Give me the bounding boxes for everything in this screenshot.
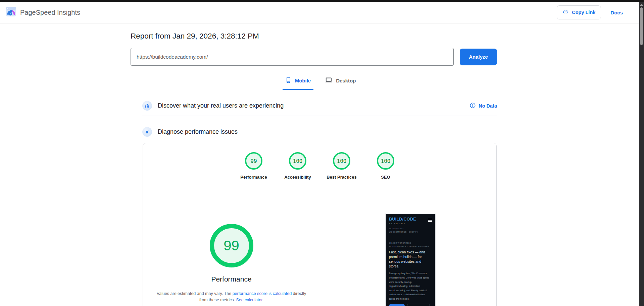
section-divider — [142, 116, 497, 116]
page-scrollbar[interactable] — [639, 2, 644, 306]
site-preview-header: BUILD/CODE ACADEMY — [389, 217, 432, 225]
lab-data-section-header: Diagnose performance issues — [142, 127, 497, 137]
category-scores-row: 99 Performance 100 Accessibility 100 Bes… — [143, 143, 496, 180]
smartphone-icon — [285, 76, 292, 84]
site-paragraph: Emergency bug fixes, WooCommerce trouble… — [389, 271, 431, 301]
link-icon — [562, 9, 569, 16]
field-data-section-title: Discover what your real users are experi… — [158, 102, 284, 109]
performance-gauge-label: Performance — [211, 275, 251, 283]
seo-score-label: SEO — [381, 175, 390, 180]
device-tabs: Mobile Desktop — [131, 76, 497, 90]
tab-desktop[interactable]: Desktop — [322, 76, 358, 90]
accessibility-score-circle: 100 — [289, 152, 306, 170]
score-item-performance[interactable]: 99 Performance — [232, 152, 276, 180]
lab-data-section-title: Diagnose performance issues — [158, 128, 238, 135]
score-item-seo[interactable]: 100 SEO — [364, 152, 408, 180]
field-data-section-header: Discover what your real users are experi… — [142, 101, 497, 111]
pagespeed-logo-icon — [6, 7, 16, 18]
site-headline: Fast, clean fixes — and premium builds —… — [389, 250, 430, 269]
no-data-link[interactable]: No Data — [470, 103, 497, 109]
browser-top-strip — [0, 0, 644, 2]
copy-link-button[interactable]: Copy Link — [557, 5, 601, 19]
page-screenshot-thumbnail[interactable]: BUILD/CODE ACADEMY WORDPRESS - WOOCOMMER… — [385, 213, 436, 306]
performance-gauge-column: 99 Performance Values are estimated and … — [143, 187, 320, 303]
tab-mobile[interactable]: Mobile — [283, 76, 314, 90]
no-data-label: No Data — [479, 103, 497, 109]
analyze-button[interactable]: Analyze — [460, 49, 497, 65]
tab-desktop-label: Desktop — [336, 78, 356, 83]
performance-score-circle: 99 — [245, 152, 262, 170]
performance-gauge: 99 — [210, 224, 253, 267]
vertical-divider — [320, 236, 320, 293]
lighthouse-report-card: 99 Performance 100 Accessibility 100 Bes… — [143, 143, 497, 306]
gauge-disclaimer: Values are estimated and may vary. The p… — [153, 291, 310, 303]
main-content: Report from Jan 29, 2026, 3:28:12 PM Ana… — [131, 23, 497, 306]
app-header: PageSpeed Insights Copy Link Docs — [0, 2, 639, 23]
site-buttons: Get Help View Services — [389, 304, 432, 306]
url-input[interactable] — [131, 48, 454, 66]
performance-detail-area: 99 Performance Values are estimated and … — [143, 187, 496, 306]
site-kicker: SENIOR WORDPRESS - WOOCOMMERCE - SHOPIFY… — [389, 242, 429, 248]
laptop-icon — [325, 76, 333, 84]
score-calc-link[interactable]: performance score is calculated — [233, 291, 292, 296]
accessibility-score-label: Accessibility — [284, 175, 311, 180]
hamburger-menu-icon — [428, 219, 432, 223]
diagnose-gauge-icon — [142, 127, 152, 137]
site-logo-subtitle: ACADEMY — [389, 223, 416, 225]
analyze-form: Analyze — [131, 48, 497, 66]
app-title: PageSpeed Insights — [20, 9, 80, 16]
performance-score-label: Performance — [240, 175, 267, 180]
tab-mobile-label: Mobile — [295, 78, 311, 83]
site-logo: BUILD/CODE — [389, 217, 416, 222]
best-practices-score-label: Best Practices — [327, 175, 357, 180]
score-item-best-practices[interactable]: 100 Best Practices — [320, 152, 364, 180]
site-view-services-button: View Services — [407, 304, 430, 306]
site-preview: BUILD/CODE ACADEMY WORDPRESS - WOOCOMMER… — [386, 214, 435, 306]
disclaimer-text-1: Values are estimated and may vary. The — [157, 291, 233, 296]
site-get-help-button: Get Help — [389, 304, 405, 306]
info-icon — [470, 103, 476, 109]
report-title: Report from Jan 29, 2026, 3:28:12 PM — [131, 32, 497, 41]
scrollbar-up-arrow[interactable] — [640, 4, 643, 6]
docs-link[interactable]: Docs — [610, 10, 623, 15]
site-tagline: WORDPRESS - WOOCOMMERCE - SHOPIFY — [389, 227, 421, 234]
scrollbar-thumb[interactable] — [640, 7, 643, 45]
real-users-chart-icon — [142, 101, 152, 111]
seo-score-circle: 100 — [377, 152, 394, 170]
score-item-accessibility[interactable]: 100 Accessibility — [276, 152, 320, 180]
best-practices-score-circle: 100 — [333, 152, 350, 170]
copy-link-label: Copy Link — [572, 10, 595, 15]
see-calculator-link[interactable]: See calculator. — [236, 298, 263, 302]
